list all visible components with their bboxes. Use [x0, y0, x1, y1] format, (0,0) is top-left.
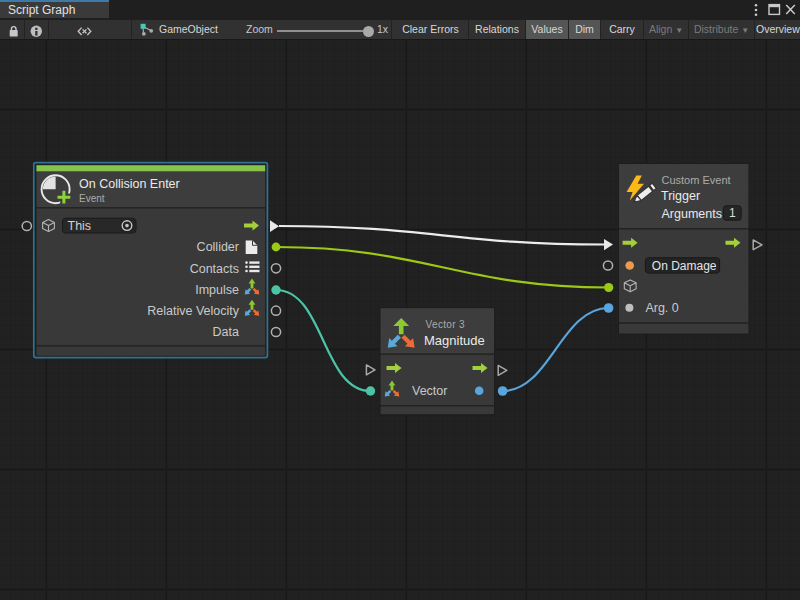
svg-text:Vector 3: Vector 3 [426, 319, 466, 330]
svg-text:On Damage: On Damage [652, 259, 717, 273]
svg-text:Contacts: Contacts [190, 262, 239, 276]
svg-text:Impulse: Impulse [195, 283, 239, 297]
svg-text:Data: Data [213, 325, 239, 339]
svg-text:Event: Event [79, 193, 105, 204]
svg-text:This: This [68, 219, 92, 233]
svg-text:1: 1 [729, 206, 736, 220]
svg-text:Arg. 0: Arg. 0 [645, 301, 678, 315]
svg-text:Arguments: Arguments [662, 207, 722, 221]
svg-text:On Collision Enter: On Collision Enter [79, 177, 180, 191]
svg-text:Relative Velocity: Relative Velocity [147, 304, 239, 318]
svg-text:Vector: Vector [412, 384, 447, 398]
svg-text:Trigger: Trigger [661, 189, 700, 203]
svg-text:Collider: Collider [197, 240, 239, 254]
svg-text:Magnitude: Magnitude [424, 333, 485, 348]
svg-text:Custom Event: Custom Event [662, 174, 731, 186]
